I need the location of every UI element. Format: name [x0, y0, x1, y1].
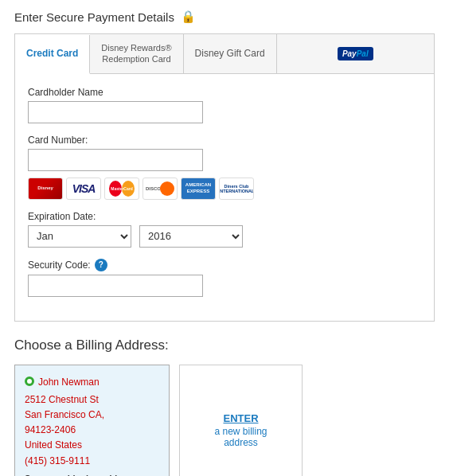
- card-number-input[interactable]: [28, 149, 203, 171]
- diners-card-icon: Diners ClubINTERNATIONAL: [219, 178, 254, 200]
- billing-title: Choose a Billing Address:: [14, 337, 435, 353]
- tab-paypal[interactable]: PayPal: [277, 34, 434, 73]
- expiration-row: Jan Feb Mar Apr May Jun Jul Aug Sep Oct …: [28, 225, 421, 248]
- security-code-input[interactable]: [28, 275, 203, 297]
- address-line4: United States: [25, 438, 159, 453]
- enter-billing-link[interactable]: ENTER: [223, 412, 258, 424]
- same-as-shipping-label: Same as shipping address: [25, 472, 159, 476]
- cardholder-group: Cardholder Name: [28, 87, 421, 123]
- visa-card-icon: VISA: [66, 178, 101, 200]
- enter-billing-sub: a new billingaddress: [214, 426, 267, 448]
- amex-card-icon: AMERICANEXPRESS: [181, 178, 216, 200]
- page-title: Enter Secure Payment Details: [14, 10, 174, 24]
- paypal-logo: PayPal: [338, 47, 373, 60]
- address-card-selected[interactable]: John Newman 2512 Chestnut St San Francis…: [14, 365, 170, 476]
- security-label-row: Security Code: ?: [28, 259, 421, 271]
- security-label: Security Code:: [28, 259, 91, 271]
- discover-card-icon: DISCOVER: [143, 178, 178, 200]
- tab-credit-card[interactable]: Credit Card: [15, 35, 90, 74]
- expiration-group: Expiration Date: Jan Feb Mar Apr May Jun…: [28, 211, 421, 248]
- enter-new-billing-card[interactable]: ENTER a new billingaddress: [179, 365, 303, 476]
- address-line1: 2512 Chestnut St: [25, 392, 159, 408]
- address-line3: 94123-2406: [25, 423, 159, 438]
- radio-row: John Newman: [25, 375, 159, 390]
- cardholder-label: Cardholder Name: [28, 87, 421, 98]
- card-icons-row: Disney VISA MasterCard DISCOVER AMERICAN…: [28, 178, 421, 200]
- address-line2: San Francisco CA,: [25, 408, 159, 423]
- address-name: John Newman: [38, 375, 100, 390]
- mastercard-card-icon: MasterCard: [104, 178, 139, 200]
- cardholder-input[interactable]: [28, 101, 203, 123]
- address-phone: (415) 315-9111: [25, 454, 159, 469]
- billing-section: Choose a Billing Address: John Newman 25…: [14, 337, 435, 476]
- month-select[interactable]: Jan Feb Mar Apr May Jun Jul Aug Sep Oct …: [28, 225, 131, 248]
- tab-disney-gift[interactable]: Disney Gift Card: [184, 34, 277, 73]
- security-help-icon[interactable]: ?: [95, 259, 107, 271]
- card-number-label: Card Number:: [28, 135, 421, 146]
- disney-card-icon: Disney: [28, 178, 63, 200]
- page-header: Enter Secure Payment Details 🔒: [14, 10, 435, 24]
- security-group: Security Code: ?: [28, 259, 421, 297]
- payment-tabs: Credit Card Disney Rewards®Redemption Ca…: [14, 33, 435, 73]
- card-number-group: Card Number: Disney VISA MasterCard DISC…: [28, 135, 421, 200]
- year-select[interactable]: 2016 2017 2018 2019 2020 2021 2022 2023 …: [139, 225, 243, 248]
- lock-icon: 🔒: [181, 10, 196, 24]
- payment-form: Cardholder Name Card Number: Disney VISA…: [14, 73, 435, 322]
- address-cards: John Newman 2512 Chestnut St San Francis…: [14, 365, 435, 476]
- tab-disney-rewards[interactable]: Disney Rewards®Redemption Card: [90, 34, 183, 73]
- radio-selected-dot: [25, 377, 34, 386]
- expiration-label: Expiration Date:: [28, 211, 421, 222]
